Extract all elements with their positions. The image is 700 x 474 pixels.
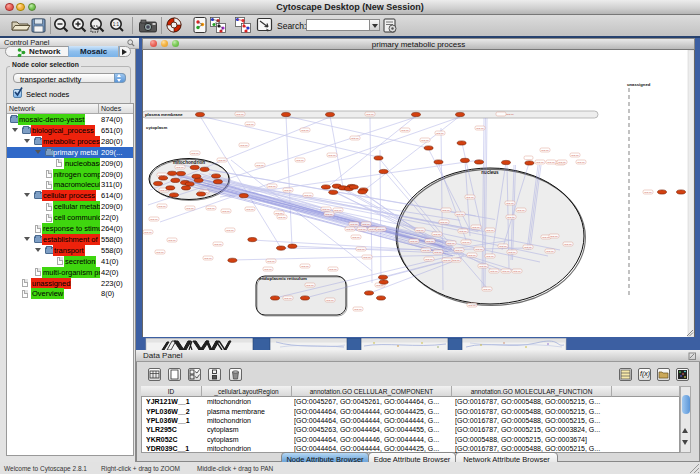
svg-text:GO:00: GO:00	[328, 154, 336, 157]
svg-text:GO:00: GO:00	[447, 242, 455, 245]
svg-text:GO:00: GO:00	[191, 152, 199, 155]
svg-text:GO:00: GO:00	[144, 231, 152, 234]
svg-text:plasma membrane: plasma membrane	[145, 112, 183, 117]
svg-text:GO:00: GO:00	[264, 268, 272, 271]
svg-text:GO:00: GO:00	[466, 196, 474, 199]
svg-text:GO:00: GO:00	[218, 159, 226, 162]
svg-text:GO:00: GO:00	[499, 245, 507, 248]
svg-text:GO:00: GO:00	[346, 228, 354, 231]
svg-text:GO:00: GO:00	[304, 194, 312, 197]
svg-text:mitochondrion: mitochondrion	[173, 160, 205, 165]
svg-text:GO:00: GO:00	[434, 251, 442, 254]
svg-text:GO:00: GO:00	[508, 251, 516, 254]
svg-text:GO:00: GO:00	[296, 159, 304, 162]
svg-text:GO:00: GO:00	[214, 243, 222, 246]
svg-text:cytoplasm: cytoplasm	[146, 125, 167, 130]
svg-text:GO:00: GO:00	[472, 226, 480, 229]
svg-text:GO:00: GO:00	[440, 221, 448, 224]
svg-text:GO:00: GO:00	[246, 123, 254, 126]
svg-text:GO:00: GO:00	[363, 256, 371, 259]
svg-text:GO:00: GO:00	[410, 240, 418, 243]
svg-text:GO:00: GO:00	[433, 233, 441, 236]
svg-text:GO:00: GO:00	[325, 213, 333, 216]
svg-text:GO:00: GO:00	[571, 154, 579, 157]
svg-text:GO:00: GO:00	[513, 270, 521, 273]
svg-text:GO:00: GO:00	[354, 308, 362, 311]
svg-text:GO:00: GO:00	[456, 213, 464, 216]
svg-text:GO:00: GO:00	[366, 113, 374, 116]
svg-text:GO:00: GO:00	[334, 209, 342, 212]
svg-text:GO:00: GO:00	[468, 254, 476, 257]
svg-text:GO:00: GO:00	[284, 189, 292, 192]
svg-text:GO:00: GO:00	[156, 251, 164, 254]
svg-text:GO:00: GO:00	[455, 249, 463, 252]
svg-text:GO:00: GO:00	[352, 236, 360, 239]
svg-text:GO:00: GO:00	[301, 265, 309, 268]
svg-text:GO:00: GO:00	[536, 161, 544, 164]
svg-text:GO:00: GO:00	[436, 132, 444, 135]
svg-text:endoplasmic reticulum: endoplasmic reticulum	[259, 276, 307, 281]
svg-text:GO:00: GO:00	[416, 229, 424, 232]
svg-text:GO:00: GO:00	[377, 228, 385, 231]
svg-text:1:1: 1:1	[113, 22, 120, 27]
svg-text:GO:00: GO:00	[236, 113, 244, 116]
svg-text:GO:00: GO:00	[442, 209, 450, 212]
svg-text:GO:00: GO:00	[358, 228, 366, 231]
svg-text:GO:00: GO:00	[275, 212, 283, 215]
svg-text:GO:00: GO:00	[550, 235, 558, 238]
svg-text:GO:00: GO:00	[268, 185, 276, 188]
svg-text:nucleus: nucleus	[481, 170, 499, 175]
svg-text:GO:00: GO:00	[329, 268, 337, 271]
svg-text:GO:00: GO:00	[351, 137, 359, 140]
svg-text:GO:00: GO:00	[486, 229, 494, 232]
svg-text:GO:00: GO:00	[443, 259, 451, 262]
svg-text:GO:00: GO:00	[207, 207, 215, 210]
svg-text:GO:00: GO:00	[468, 304, 476, 307]
svg-text:GO:00: GO:00	[350, 223, 358, 226]
svg-text:GO:00: GO:00	[267, 260, 275, 263]
svg-text:GO:00: GO:00	[168, 239, 176, 242]
svg-text:GO:00: GO:00	[462, 241, 470, 244]
svg-text:GO:00: GO:00	[502, 270, 510, 273]
svg-text:GO:00: GO:00	[475, 248, 483, 251]
svg-text:GO:00: GO:00	[483, 288, 491, 291]
svg-text:GO:00: GO:00	[284, 297, 292, 300]
svg-text:GO:00: GO:00	[486, 255, 494, 258]
svg-text:GO:00: GO:00	[306, 284, 314, 287]
svg-text:GO:00: GO:00	[150, 218, 158, 221]
svg-text:GO:00: GO:00	[357, 248, 365, 251]
svg-text:GO:00: GO:00	[541, 149, 549, 152]
svg-text:GO:00: GO:00	[186, 207, 194, 210]
svg-text:GO:00: GO:00	[507, 216, 515, 219]
svg-text:GO:00: GO:00	[452, 259, 460, 262]
svg-text:GO:00: GO:00	[517, 209, 525, 212]
svg-text:unassigned: unassigned	[627, 82, 651, 87]
svg-text:GO:00: GO:00	[577, 161, 585, 164]
svg-text:GO:00: GO:00	[246, 208, 254, 211]
svg-text:GO:00: GO:00	[301, 129, 309, 132]
svg-text:GO:00: GO:00	[506, 113, 514, 116]
svg-text:GO:00: GO:00	[326, 299, 334, 302]
svg-text:GO:00: GO:00	[422, 249, 430, 252]
svg-text:GO:00: GO:00	[322, 208, 330, 211]
svg-text:GO:00: GO:00	[362, 223, 370, 226]
svg-text:GO:00: GO:00	[426, 240, 434, 243]
svg-text:GO:00: GO:00	[256, 164, 264, 167]
svg-text:GO:00: GO:00	[158, 205, 166, 208]
svg-text:GO:00: GO:00	[476, 127, 484, 130]
svg-text:GO:00: GO:00	[459, 230, 467, 233]
svg-text:GO:00: GO:00	[644, 191, 652, 194]
svg-text:GO:00: GO:00	[421, 139, 429, 142]
svg-text:GO:00: GO:00	[425, 258, 433, 261]
svg-text:GO:00: GO:00	[278, 216, 286, 219]
svg-text:GO:00: GO:00	[558, 161, 566, 164]
svg-text:GO:00: GO:00	[240, 144, 248, 147]
svg-text:GO:00: GO:00	[506, 202, 514, 205]
svg-text:GO:00: GO:00	[524, 246, 532, 249]
svg-text:GO:00: GO:00	[222, 210, 230, 213]
svg-text:GO:00: GO:00	[401, 129, 409, 132]
svg-text:GO:00: GO:00	[226, 229, 234, 232]
svg-text:GO:00: GO:00	[564, 243, 572, 246]
svg-text:GO:00: GO:00	[547, 161, 555, 164]
svg-text:GO:00: GO:00	[479, 265, 487, 268]
